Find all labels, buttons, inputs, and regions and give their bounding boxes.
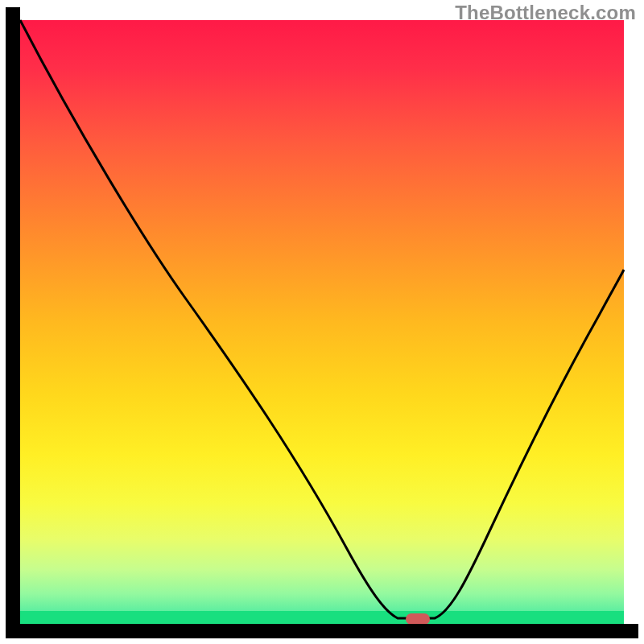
y-axis [6,7,20,637]
plot-area [20,20,624,625]
gradient-background [20,20,624,624]
chart-container: TheBottleneck.com [0,0,644,644]
green-band [20,611,624,624]
optimum-marker [406,613,430,625]
bottleneck-chart [0,0,644,644]
x-axis [6,624,638,638]
